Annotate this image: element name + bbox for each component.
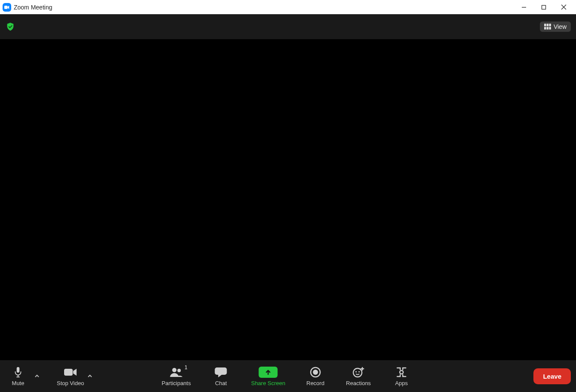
svg-point-19 bbox=[313, 370, 318, 375]
record-button[interactable]: Record bbox=[302, 366, 328, 386]
reactions-icon bbox=[352, 366, 364, 378]
meeting-toolbar: Mute Stop Video 1 Participants bbox=[0, 360, 576, 392]
chat-button[interactable]: Chat bbox=[208, 366, 234, 386]
meeting-top-bar: View bbox=[0, 14, 576, 39]
svg-point-25 bbox=[400, 370, 403, 374]
title-bar: Zoom Meeting bbox=[0, 0, 576, 14]
leave-label: Leave bbox=[543, 373, 561, 380]
window-title: Zoom Meeting bbox=[14, 4, 52, 11]
participants-count-badge: 1 bbox=[185, 364, 188, 370]
participants-icon: 1 bbox=[169, 366, 183, 378]
svg-point-15 bbox=[172, 368, 177, 372]
video-camera-icon bbox=[64, 366, 77, 378]
chevron-up-icon bbox=[34, 373, 40, 379]
svg-rect-14 bbox=[64, 369, 73, 376]
reactions-label: Reactions bbox=[346, 380, 371, 386]
apps-label: Apps bbox=[395, 380, 408, 386]
mute-button[interactable]: Mute bbox=[5, 366, 31, 386]
minimize-button[interactable] bbox=[514, 0, 534, 14]
video-area bbox=[0, 39, 576, 360]
zoom-icon bbox=[3, 3, 11, 12]
video-options-button[interactable] bbox=[85, 371, 95, 381]
svg-rect-10 bbox=[549, 27, 551, 30]
share-screen-label: Share Screen bbox=[251, 380, 286, 386]
participants-label: Participants bbox=[162, 380, 191, 386]
grid-icon bbox=[544, 24, 551, 30]
mute-label: Mute bbox=[12, 380, 25, 386]
leave-button[interactable]: Leave bbox=[533, 368, 571, 384]
chat-label: Chat bbox=[215, 380, 227, 386]
chevron-up-icon bbox=[87, 373, 92, 379]
svg-rect-0 bbox=[4, 6, 8, 9]
svg-point-20 bbox=[353, 368, 362, 377]
chat-icon bbox=[215, 366, 228, 378]
stop-video-label: Stop Video bbox=[57, 380, 84, 386]
maximize-button[interactable] bbox=[534, 0, 554, 14]
apps-button[interactable]: Apps bbox=[388, 366, 414, 386]
svg-point-21 bbox=[355, 371, 357, 372]
svg-rect-17 bbox=[215, 367, 227, 375]
svg-rect-6 bbox=[547, 24, 549, 26]
svg-rect-7 bbox=[549, 24, 551, 26]
stop-video-button[interactable]: Stop Video bbox=[57, 366, 84, 386]
microphone-icon bbox=[13, 366, 23, 378]
svg-rect-9 bbox=[547, 27, 549, 30]
svg-rect-2 bbox=[542, 5, 546, 9]
svg-rect-5 bbox=[544, 24, 546, 26]
svg-point-16 bbox=[178, 369, 181, 372]
encryption-shield-icon[interactable] bbox=[5, 22, 15, 32]
record-icon bbox=[310, 366, 321, 378]
share-screen-icon bbox=[259, 366, 277, 378]
view-label: View bbox=[554, 23, 567, 30]
share-screen-button[interactable]: Share Screen bbox=[251, 366, 286, 386]
audio-options-button[interactable] bbox=[32, 371, 42, 381]
apps-icon bbox=[396, 366, 407, 378]
reactions-button[interactable]: Reactions bbox=[345, 366, 371, 386]
record-label: Record bbox=[306, 380, 324, 386]
close-button[interactable] bbox=[554, 0, 573, 14]
participants-button[interactable]: 1 Participants bbox=[162, 366, 191, 386]
svg-rect-11 bbox=[17, 367, 20, 372]
svg-point-22 bbox=[358, 371, 360, 372]
svg-rect-8 bbox=[544, 27, 546, 30]
view-button[interactable]: View bbox=[540, 22, 571, 32]
